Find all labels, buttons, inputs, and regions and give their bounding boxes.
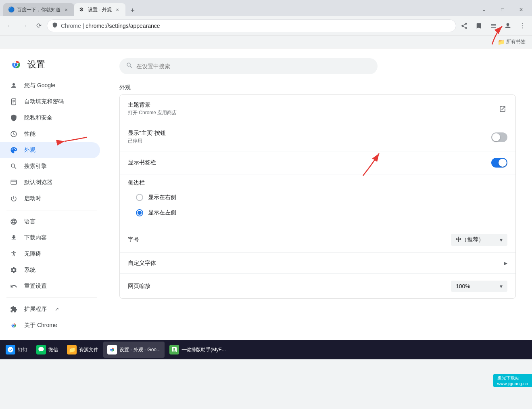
minimize-button[interactable]: ⌄ <box>475 3 493 16</box>
address-bar[interactable]: Chrome | chrome://settings/appearance <box>47 19 456 32</box>
sidebar-label-language: 语言 <box>24 218 35 225</box>
bookmark-button[interactable] <box>472 19 485 32</box>
tab-close-baidu[interactable]: ✕ <box>63 6 69 13</box>
sidebar-label-search: 搜索引擎 <box>24 163 47 170</box>
taskbar-helper-label: 一键排版助手(MyE... <box>182 346 226 353</box>
tab-settings[interactable]: ⚙ 设置 - 外观 ✕ <box>74 3 125 16</box>
close-button[interactable]: ✕ <box>512 3 530 16</box>
files-icon: 📁 <box>67 345 77 354</box>
sidebar-right-option[interactable]: 显示在右侧 <box>136 190 507 205</box>
bookmarks-bar-control[interactable] <box>491 158 507 168</box>
tab-baidu[interactable]: 🔵 百度一下，你就知道 ✕ <box>3 3 74 16</box>
taskbar-helper[interactable]: 一键排版助手(MyE... <box>165 342 230 358</box>
sidebar-section-header: 侧边栏 <box>120 174 515 187</box>
sidebar-item-accessibility[interactable]: 无障碍 <box>0 246 100 262</box>
taskbar-files-label: 资源文件 <box>79 346 98 353</box>
home-button-toggle[interactable] <box>491 132 507 142</box>
menu-button[interactable] <box>516 19 529 32</box>
sidebar-right-label: 显示在右侧 <box>148 194 176 201</box>
sidebar-label-google: 您与 Google <box>24 82 55 89</box>
sidebar-item-performance[interactable]: 性能 <box>0 126 100 142</box>
palette-icon <box>10 146 18 154</box>
address-brand: Chrome <box>61 23 81 29</box>
sidebar-item-startup[interactable]: 启动时 <box>0 191 100 207</box>
custom-fonts-label: 自定义字体 <box>128 260 504 267</box>
sidebar-left-label: 显示在左侧 <box>148 209 176 216</box>
taskbar-dingding[interactable]: 钉钉 <box>2 342 31 358</box>
svg-point-15 <box>13 251 15 252</box>
sidebar-item-reset[interactable]: 重置设置 <box>0 278 100 294</box>
home-button-label: 显示"主页"按钮 <box>128 130 491 137</box>
sidebar-item-appearance[interactable]: 外观 <box>0 142 100 158</box>
sidebar-label-accessibility: 无障碍 <box>24 250 41 258</box>
search-input[interactable] <box>136 63 371 69</box>
sidebar-item-language[interactable]: 语言 <box>0 214 100 230</box>
sidebar-item-system[interactable]: 系统 <box>0 262 100 278</box>
sidebar-item-autofill[interactable]: 自动填充和密码 <box>0 94 100 110</box>
sidebar-label-system: 系统 <box>24 266 35 274</box>
sidebar-right-radio[interactable] <box>136 194 143 201</box>
bookmarks-bar-row: 显示书签栏 <box>120 151 515 174</box>
sidebar-label-privacy: 隐私和安全 <box>24 114 52 122</box>
sidebar-item-search[interactable]: 搜索引擎 <box>0 158 100 174</box>
tab-search-button[interactable] <box>487 19 500 32</box>
tab-close-settings[interactable]: ✕ <box>114 6 121 13</box>
page-zoom-select[interactable]: 100% ▾ <box>451 281 507 292</box>
titlebar: 🔵 百度一下，你就知道 ✕ ⚙ 设置 - 外观 ✕ + ⌄ □ ✕ <box>0 0 532 16</box>
taskbar-chrome[interactable]: 设置 - 外观 - Goo... <box>103 342 165 358</box>
font-size-select[interactable]: 中（推荐） ▾ <box>451 234 507 246</box>
toolbar-right <box>458 19 529 32</box>
sidebar-item-about[interactable]: 关于 Chrome <box>0 317 100 333</box>
sidebar-left-radio[interactable] <box>136 209 143 216</box>
open-external-icon[interactable] <box>498 104 507 114</box>
home-button-sublabel: 已停用 <box>128 138 491 145</box>
sidebar-item-extensions[interactable]: 扩展程序 ↗ <box>0 301 100 317</box>
forward-button[interactable]: → <box>18 19 31 32</box>
accessibility-icon <box>10 250 18 258</box>
sidebar-label-appearance: 外观 <box>24 147 35 154</box>
bookmarks-bar-toggle[interactable] <box>491 158 507 168</box>
font-size-row: 字号 中（推荐） ▾ <box>120 227 515 253</box>
share-button[interactable] <box>458 19 471 32</box>
wechat-icon <box>36 345 46 354</box>
theme-sublabel: 打开 Chrome 应用商店 <box>128 109 498 116</box>
bookmarks-bar-info: 显示书签栏 <box>128 159 491 166</box>
sidebar-item-google[interactable]: 您与 Google <box>0 78 100 94</box>
sidebar-label-about: 关于 Chrome <box>24 322 57 329</box>
page-zoom-control[interactable]: 100% ▾ <box>451 281 507 292</box>
watermark-text: 极光下载站 <box>497 375 519 380</box>
toggle-knob <box>492 133 500 141</box>
bookmarks-all-folder[interactable]: 📁 所有书签 <box>494 37 529 47</box>
settings-title: 设置 <box>27 59 45 71</box>
tab-list: 🔵 百度一下，你就知道 ✕ ⚙ 设置 - 外观 ✕ + <box>0 3 473 16</box>
sidebar-item-downloads[interactable]: 下载内容 <box>0 230 100 246</box>
sidebar-item-default-browser[interactable]: 默认浏览器 <box>0 174 100 191</box>
home-button-control[interactable] <box>491 132 507 142</box>
sidebar-label-performance: 性能 <box>24 130 35 138</box>
sidebar-label-downloads: 下载内容 <box>24 234 47 241</box>
browser-icon <box>10 178 18 187</box>
profile-button[interactable] <box>501 19 514 32</box>
language-icon <box>10 218 18 226</box>
reload-button[interactable]: ⟳ <box>32 19 45 32</box>
taskbar: 钉钉 微信 📁 资源文件 设置 - 外观 - Goo... <box>0 340 532 359</box>
custom-fonts-row[interactable]: 自定义字体 ▸ <box>120 253 515 274</box>
new-tab-button[interactable]: + <box>127 5 138 16</box>
restore-button[interactable]: □ <box>493 3 512 16</box>
taskbar-wechat[interactable]: 微信 <box>32 342 62 358</box>
sidebar-left-option[interactable]: 显示在左侧 <box>136 205 507 220</box>
theme-control[interactable] <box>498 104 507 114</box>
font-size-label: 字号 <box>128 236 451 243</box>
custom-fonts-control[interactable]: ▸ <box>504 259 507 267</box>
sidebar-label-startup: 启动时 <box>24 195 41 202</box>
search-bar-icon <box>126 62 133 71</box>
download-icon <box>10 234 18 242</box>
back-button[interactable]: ← <box>3 19 16 32</box>
address-text: Chrome | chrome://settings/appearance <box>61 23 451 29</box>
sidebar-label-reset: 重置设置 <box>24 283 47 290</box>
settings-search-bar[interactable] <box>119 58 378 74</box>
home-button-info: 显示"主页"按钮 已停用 <box>128 130 491 145</box>
font-size-control[interactable]: 中（推荐） ▾ <box>451 234 507 246</box>
taskbar-files[interactable]: 📁 资源文件 <box>63 342 102 358</box>
sidebar-item-privacy[interactable]: 隐私和安全 <box>0 110 100 126</box>
